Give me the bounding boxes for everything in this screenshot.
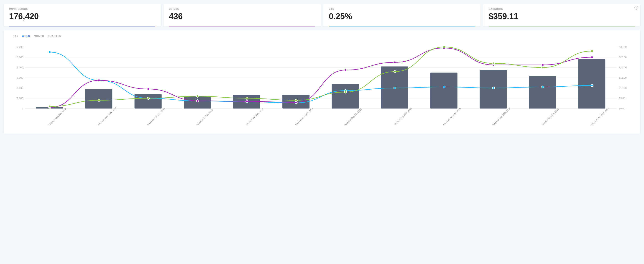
group-by-option-day[interactable]: DAY — [13, 34, 18, 38]
svg-rect-31 — [529, 76, 556, 109]
svg-text:6,000: 6,000 — [17, 76, 23, 79]
card-earnings-bar — [489, 26, 635, 27]
svg-text:$15.00: $15.00 — [619, 76, 627, 79]
svg-point-76 — [394, 71, 396, 73]
svg-point-64 — [394, 61, 396, 64]
card-ctr-bar — [329, 26, 475, 27]
chart-container: 02,0004,0006,0008,00010,00012,000$0.00$5… — [9, 42, 635, 129]
svg-text:$20.00: $20.00 — [619, 66, 627, 69]
svg-point-71 — [147, 97, 150, 99]
svg-point-67 — [542, 64, 544, 66]
card-impressions-label: IMPRESSIONS — [9, 8, 155, 10]
card-earnings-label: EARNINGS — [489, 8, 635, 10]
svg-point-74 — [295, 99, 298, 101]
svg-rect-23 — [134, 94, 162, 109]
svg-text:12,000: 12,000 — [16, 46, 23, 48]
svg-point-58 — [98, 79, 100, 81]
svg-point-75 — [344, 91, 346, 93]
card-earnings: EARNINGS$359.11i — [483, 4, 640, 27]
svg-text:0: 0 — [22, 107, 23, 110]
svg-text:$30.00: $30.00 — [619, 46, 627, 48]
svg-point-80 — [591, 50, 593, 52]
svg-text:4,000: 4,000 — [17, 87, 23, 89]
svg-point-52 — [394, 87, 396, 89]
svg-point-77 — [443, 46, 445, 48]
chart-svg: 02,0004,0006,0008,00010,00012,000$0.00$5… — [9, 42, 635, 129]
svg-text:2,000: 2,000 — [17, 97, 23, 100]
svg-point-63 — [344, 69, 346, 71]
card-ctr-value: 0.25% — [329, 12, 475, 25]
card-clicks-label: CLICKS — [169, 8, 315, 10]
svg-point-55 — [542, 86, 544, 88]
svg-text:Week of Jul 28th, 2019: Week of Jul 28th, 2019 — [246, 108, 264, 126]
svg-point-56 — [591, 84, 593, 87]
svg-point-72 — [196, 95, 199, 97]
card-clicks-bar — [169, 26, 315, 27]
chart-panel: DAYWEEKMONTHQUARTER 02,0004,0006,0008,00… — [4, 30, 640, 134]
svg-rect-32 — [578, 59, 605, 109]
svg-text:Week of Oct 20th, 2019: Week of Oct 20th, 2019 — [443, 107, 461, 126]
svg-text:$5.00: $5.00 — [619, 97, 625, 100]
svg-text:Week of Jul 7th, 2019: Week of Jul 7th, 2019 — [196, 109, 214, 126]
top-cards-row: IMPRESSIONS176,420CLICKS436CTR0.25%EARNI… — [4, 4, 640, 27]
svg-text:Week of May 26th, 2019: Week of May 26th, 2019 — [98, 107, 117, 126]
card-clicks-value: 436 — [169, 12, 315, 25]
group-by-row: DAYWEEKMONTHQUARTER — [9, 34, 635, 38]
svg-point-54 — [492, 87, 494, 89]
svg-text:Week of Jun 16th, 2019: Week of Jun 16th, 2019 — [147, 107, 166, 126]
card-earnings-value: $359.11 — [489, 12, 635, 25]
card-clicks: CLICKS436 — [164, 4, 321, 27]
svg-point-61 — [246, 100, 248, 103]
svg-text:Week of Dec 29th, 2019: Week of Dec 29th, 2019 — [590, 107, 610, 126]
info-icon[interactable]: i — [634, 6, 638, 10]
card-ctr-label: CTR — [329, 8, 475, 10]
group-by-option-month[interactable]: MONTH — [34, 34, 44, 38]
svg-rect-24 — [184, 96, 211, 109]
svg-point-60 — [196, 100, 199, 102]
svg-rect-27 — [332, 84, 359, 109]
svg-text:$10.00: $10.00 — [619, 87, 627, 89]
svg-text:Week of May 5th, 2019: Week of May 5th, 2019 — [48, 108, 67, 126]
group-by-option-quarter[interactable]: QUARTER — [48, 34, 61, 38]
svg-text:Week of Nov 10th, 2019: Week of Nov 10th, 2019 — [492, 107, 511, 126]
svg-point-79 — [542, 66, 544, 69]
svg-text:Week of Sep 8th, 2019: Week of Sep 8th, 2019 — [344, 108, 362, 126]
svg-text:8,000: 8,000 — [17, 66, 23, 69]
svg-point-45 — [48, 51, 51, 53]
group-by-option-week[interactable]: WEEK — [22, 34, 30, 38]
svg-point-70 — [98, 99, 100, 101]
svg-text:Week of Aug 18th, 2019: Week of Aug 18th, 2019 — [295, 107, 314, 126]
svg-point-69 — [48, 105, 51, 108]
svg-text:$25.00: $25.00 — [619, 56, 627, 59]
card-impressions-bar — [9, 26, 155, 27]
svg-point-59 — [147, 88, 150, 90]
svg-point-53 — [443, 86, 445, 88]
svg-text:Week of Dec 1st, 2019: Week of Dec 1st, 2019 — [541, 108, 559, 126]
svg-point-78 — [492, 62, 494, 65]
svg-point-73 — [246, 97, 248, 99]
svg-text:10,000: 10,000 — [16, 56, 23, 59]
svg-point-68 — [591, 56, 593, 58]
svg-text:$0.00: $0.00 — [619, 107, 625, 110]
svg-rect-29 — [430, 73, 458, 109]
svg-rect-22 — [85, 89, 112, 109]
card-impressions-value: 176,420 — [9, 12, 155, 25]
svg-text:Week of Sep 29th, 2019: Week of Sep 29th, 2019 — [393, 107, 412, 126]
card-ctr: CTR0.25% — [323, 4, 480, 27]
card-impressions: IMPRESSIONS176,420 — [4, 4, 161, 27]
